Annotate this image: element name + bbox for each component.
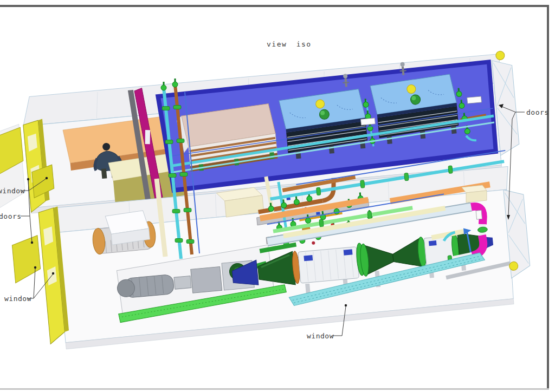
- label-window-left-lower: window: [4, 295, 31, 303]
- blue-patch: [344, 249, 353, 255]
- valve-label-plate: [360, 118, 375, 125]
- pipe-flange: [172, 210, 180, 213]
- tan-cooler-leg: [269, 152, 274, 159]
- coupling: [174, 276, 191, 290]
- pipe-flange: [404, 173, 409, 181]
- label-window-left-upper: window: [0, 187, 25, 195]
- pipe-flange: [177, 139, 184, 143]
- valve-label-plate: [467, 96, 482, 103]
- label-doors-left: doors: [0, 212, 22, 220]
- view-title: view iso: [267, 40, 312, 48]
- pipe-flange: [165, 140, 173, 144]
- window-bottom-dot: [345, 304, 347, 306]
- pipe-flange: [180, 173, 188, 177]
- blue-handle: [316, 212, 320, 215]
- pipe-flange: [184, 208, 191, 212]
- pipe-flange: [162, 107, 170, 110]
- elbow-label-plate: [476, 210, 482, 219]
- cooler2-support: [451, 126, 456, 134]
- label-doors-right: doors: [526, 108, 549, 116]
- pipe-flange: [169, 174, 176, 178]
- pipe-flange: [175, 239, 183, 243]
- frame-top: [0, 5, 549, 7]
- valve: [172, 79, 178, 87]
- cooler2-support: [387, 136, 392, 144]
- pipe-flange: [448, 166, 453, 174]
- partition-label-plate: [145, 130, 150, 144]
- gearbox: [191, 266, 222, 293]
- pipe-flange: [319, 219, 324, 227]
- pipe-flange: [367, 211, 372, 219]
- pipe-flange: [173, 106, 181, 109]
- open-door-leaf: [11, 236, 41, 283]
- frame-right: [547, 5, 549, 389]
- pipe-flange: [186, 240, 194, 244]
- blue-patch: [429, 240, 437, 246]
- pipe-flange: [360, 180, 365, 188]
- window-left-lower-dot-1: [34, 266, 36, 269]
- cooler2-support: [420, 131, 425, 139]
- window-left-lower-dot-2: [52, 272, 54, 275]
- label-window-bottom: window: [307, 332, 334, 340]
- window-left-upper-dot-1: [27, 178, 29, 180]
- doors-left-dot: [31, 241, 33, 244]
- valve: [161, 82, 166, 90]
- window-left-upper-dot-2: [46, 177, 48, 179]
- frame-bottom: [0, 388, 549, 390]
- pipe-flange: [317, 187, 321, 195]
- iso-view-drawing: view iso doors window doors window windo…: [0, 0, 555, 392]
- blue-patch: [304, 255, 313, 261]
- cad-drawing-canvas: view iso doors window doors window windo…: [0, 0, 555, 392]
- operator-leg-left: [101, 168, 107, 179]
